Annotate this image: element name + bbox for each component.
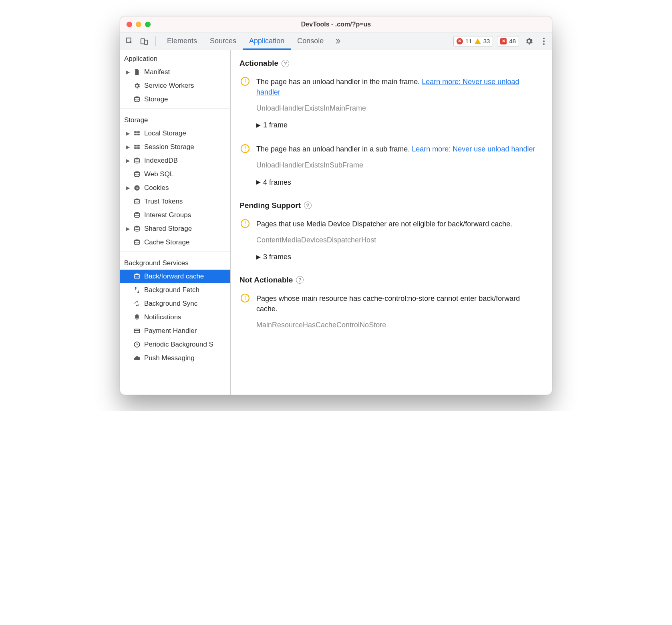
bell-icon bbox=[133, 314, 141, 321]
sidebar-item-shared-storage[interactable]: ▶Shared Storage bbox=[120, 222, 230, 236]
bfcache-report: Actionable?The page has an unload handle… bbox=[231, 50, 552, 395]
zoom-window-button[interactable] bbox=[145, 22, 151, 27]
sidebar-item-cache-storage[interactable]: ▶Cache Storage bbox=[120, 236, 230, 249]
file-icon bbox=[133, 69, 141, 76]
issue-body: The page has an unload handler in a sub … bbox=[256, 144, 543, 197]
sidebar-item-service-workers[interactable]: ▶Service Workers bbox=[120, 79, 230, 93]
section-title: Not Actionable? bbox=[239, 276, 543, 284]
sidebar-item-notifications[interactable]: ▶Notifications bbox=[120, 310, 230, 324]
expand-caret-icon[interactable]: ▶ bbox=[126, 226, 130, 232]
tab-console[interactable]: Console bbox=[291, 32, 330, 50]
issues-icon: ✕ bbox=[500, 38, 507, 44]
sidebar-item-label: Background Fetch bbox=[144, 286, 199, 294]
clock-icon bbox=[133, 341, 141, 348]
sidebar-item-trust-tokens[interactable]: ▶Trust Tokens bbox=[120, 195, 230, 208]
sidebar-item-label: Shared Storage bbox=[144, 225, 192, 233]
window-title: DevTools - .com/?p=us bbox=[120, 21, 552, 28]
sidebar-item-label: Storage bbox=[144, 95, 168, 103]
more-options-icon[interactable] bbox=[539, 35, 549, 47]
sidebar-item-background-fetch[interactable]: ▶Background Fetch bbox=[120, 283, 230, 297]
sidebar-item-payment-handler[interactable]: ▶Payment Handler bbox=[120, 324, 230, 338]
sidebar-item-push-messaging[interactable]: ▶Push Messaging bbox=[120, 351, 230, 365]
sidebar-item-label: Periodic Background S bbox=[144, 341, 213, 349]
issue-item: The page has an unload handler in the ma… bbox=[239, 77, 543, 140]
chevron-right-icon: ▶ bbox=[256, 121, 261, 129]
section-title: Pending Support? bbox=[239, 201, 543, 210]
sidebar-item-label: Payment Handler bbox=[144, 327, 197, 335]
sync-icon bbox=[133, 300, 141, 307]
sidebar-item-label: Local Storage bbox=[144, 129, 186, 137]
sidebar-item-label: Notifications bbox=[144, 313, 181, 321]
sidebar-item-label: IndexedDB bbox=[144, 157, 178, 165]
sidebar-group-title: Background Services bbox=[120, 254, 230, 270]
expand-caret-icon[interactable]: ▶ bbox=[126, 144, 130, 150]
chevron-right-icon: ▶ bbox=[256, 253, 261, 261]
expand-caret-icon[interactable]: ▶ bbox=[126, 69, 130, 75]
frames-disclosure[interactable]: ▶4 frames bbox=[256, 177, 543, 188]
issue-code: MainResourceHasCacheControlNoStore bbox=[256, 320, 543, 330]
sidebar-item-cookies[interactable]: ▶Cookies bbox=[120, 181, 230, 195]
sidebar-item-interest-groups[interactable]: ▶Interest Groups bbox=[120, 208, 230, 222]
issue-item: Pages whose main resource has cache-cont… bbox=[239, 293, 543, 330]
issues-badge[interactable]: ✕ 48 bbox=[497, 36, 519, 46]
minimize-window-button[interactable] bbox=[136, 22, 141, 27]
close-window-button[interactable] bbox=[127, 22, 132, 27]
learn-more-link[interactable]: Learn more: Never use unload handler bbox=[412, 145, 535, 153]
sidebar-item-manifest[interactable]: ▶Manifest bbox=[120, 65, 230, 79]
issue-warning-icon bbox=[239, 144, 251, 197]
sidebar-item-label: Back/forward cache bbox=[144, 272, 204, 280]
sidebar-item-local-storage[interactable]: ▶Local Storage bbox=[120, 127, 230, 140]
device-toolbar-icon[interactable] bbox=[138, 35, 151, 48]
sidebar-item-back-forward-cache[interactable]: ▶Back/forward cache bbox=[120, 270, 230, 283]
issue-warning-icon bbox=[239, 77, 251, 140]
db-icon bbox=[133, 157, 141, 164]
tab-elements[interactable]: Elements bbox=[161, 32, 203, 50]
sidebar-item-storage[interactable]: ▶Storage bbox=[120, 93, 230, 106]
tab-sources[interactable]: Sources bbox=[203, 32, 243, 50]
sidebar-item-label: Background Sync bbox=[144, 300, 197, 308]
sidebar-item-periodic-background-sync[interactable]: ▶Periodic Background S bbox=[120, 338, 230, 351]
help-icon[interactable]: ? bbox=[296, 276, 304, 284]
sidebar-item-web-sql[interactable]: ▶Web SQL bbox=[120, 167, 230, 181]
issue-text: Pages whose main resource has cache-cont… bbox=[256, 293, 543, 314]
devtools-window: DevTools - .com/?p=us Elements Sources A… bbox=[120, 16, 552, 395]
frames-count: 3 frames bbox=[263, 252, 291, 262]
sidebar-item-label: Interest Groups bbox=[144, 211, 191, 219]
sidebar-group-title: Storage bbox=[120, 111, 230, 127]
tab-application[interactable]: Application bbox=[243, 32, 291, 50]
issue-warning-icon bbox=[239, 293, 251, 330]
issue-warning-icon bbox=[239, 219, 251, 272]
sidebar-item-label: Cache Storage bbox=[144, 238, 189, 246]
sidebar-item-label: Service Workers bbox=[144, 82, 194, 90]
sidebar-item-session-storage[interactable]: ▶Session Storage bbox=[120, 140, 230, 154]
more-tabs-icon[interactable] bbox=[332, 38, 345, 45]
db-icon bbox=[133, 212, 141, 219]
section-title-text: Not Actionable bbox=[239, 276, 293, 284]
issue-body: The page has an unload handler in the ma… bbox=[256, 77, 543, 140]
inspect-element-icon[interactable] bbox=[123, 35, 136, 48]
warning-count: 33 bbox=[483, 38, 490, 44]
fetch-icon bbox=[133, 286, 141, 294]
issue-item: The page has an unload handler in a sub … bbox=[239, 144, 543, 197]
db-icon bbox=[133, 96, 141, 103]
frames-count: 4 frames bbox=[263, 177, 291, 188]
settings-icon[interactable] bbox=[525, 37, 533, 46]
help-icon[interactable]: ? bbox=[282, 60, 289, 67]
sidebar-item-label: Session Storage bbox=[144, 143, 194, 151]
expand-caret-icon[interactable]: ▶ bbox=[126, 131, 130, 136]
sidebar-item-label: Push Messaging bbox=[144, 354, 195, 362]
grid-icon bbox=[133, 143, 141, 151]
help-icon[interactable]: ? bbox=[304, 202, 312, 209]
expand-caret-icon[interactable]: ▶ bbox=[126, 158, 130, 163]
expand-caret-icon[interactable]: ▶ bbox=[126, 185, 130, 191]
issue-code: ContentMediaDevicesDispatcherHost bbox=[256, 235, 543, 245]
db-icon bbox=[133, 225, 141, 232]
frames-disclosure[interactable]: ▶1 frame bbox=[256, 120, 543, 130]
warning-icon bbox=[475, 38, 481, 44]
sidebar-item-label: Cookies bbox=[144, 184, 169, 192]
card-icon bbox=[133, 327, 141, 335]
sidebar-item-indexeddb[interactable]: ▶IndexedDB bbox=[120, 154, 230, 167]
frames-disclosure[interactable]: ▶3 frames bbox=[256, 252, 543, 262]
sidebar-item-background-sync[interactable]: ▶Background Sync bbox=[120, 297, 230, 310]
console-status-badge[interactable]: ✕ 11 33 bbox=[453, 36, 493, 46]
